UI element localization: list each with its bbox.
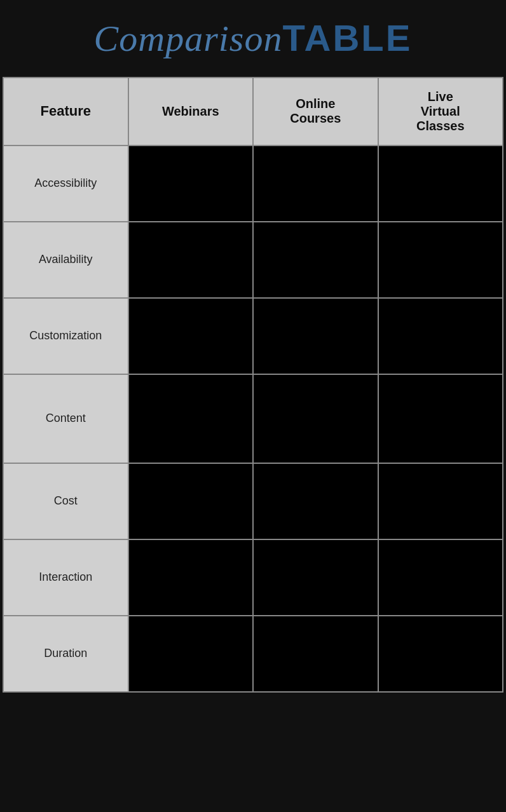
table-row: Cost xyxy=(3,463,503,539)
cell-availability-webinars xyxy=(128,222,254,298)
col-header-online-courses: Online Courses xyxy=(253,78,378,145)
cell-interaction-live xyxy=(378,539,503,616)
row-label-cost: Cost xyxy=(3,463,128,539)
cell-accessibility-webinars xyxy=(128,145,254,222)
table-row: Availability xyxy=(3,222,503,298)
table-row: Accessibility xyxy=(3,145,503,222)
row-label-interaction: Interaction xyxy=(3,539,128,616)
cell-cost-live xyxy=(378,463,503,539)
col-header-feature: Feature xyxy=(3,78,128,145)
cell-content-online xyxy=(253,374,378,463)
comparison-table: Feature Webinars Online Courses Live Vir… xyxy=(3,77,503,693)
cell-duration-live xyxy=(378,616,503,692)
col-header-live-virtual: Live Virtual Classes xyxy=(378,78,503,145)
page-title: ComparisonTABLE xyxy=(13,18,493,59)
cell-duration-webinars xyxy=(128,616,254,692)
cell-interaction-online xyxy=(253,539,378,616)
row-label-accessibility: Accessibility xyxy=(3,145,128,222)
cell-customization-live xyxy=(378,298,503,374)
table-wrapper: Feature Webinars Online Courses Live Vir… xyxy=(0,77,506,699)
cell-cost-webinars xyxy=(128,463,254,539)
cell-customization-online xyxy=(253,298,378,374)
title-bold: TABLE xyxy=(282,17,412,58)
cell-interaction-webinars xyxy=(128,539,254,616)
cell-duration-online xyxy=(253,616,378,692)
table-row: Interaction xyxy=(3,539,503,616)
col-header-webinars: Webinars xyxy=(128,78,254,145)
row-label-content: Content xyxy=(3,374,128,463)
cell-availability-online xyxy=(253,222,378,298)
cell-availability-live xyxy=(378,222,503,298)
cell-customization-webinars xyxy=(128,298,254,374)
row-label-availability: Availability xyxy=(3,222,128,298)
cell-cost-online xyxy=(253,463,378,539)
page-header: ComparisonTABLE xyxy=(0,0,506,77)
row-label-customization: Customization xyxy=(3,298,128,374)
table-row: Customization xyxy=(3,298,503,374)
cell-accessibility-live xyxy=(378,145,503,222)
table-row: Content xyxy=(3,374,503,463)
cell-content-webinars xyxy=(128,374,254,463)
row-label-duration: Duration xyxy=(3,616,128,692)
table-header-row: Feature Webinars Online Courses Live Vir… xyxy=(3,78,503,145)
title-italic: Comparison xyxy=(94,18,283,59)
cell-content-live xyxy=(378,374,503,463)
cell-accessibility-online xyxy=(253,145,378,222)
table-row: Duration xyxy=(3,616,503,692)
